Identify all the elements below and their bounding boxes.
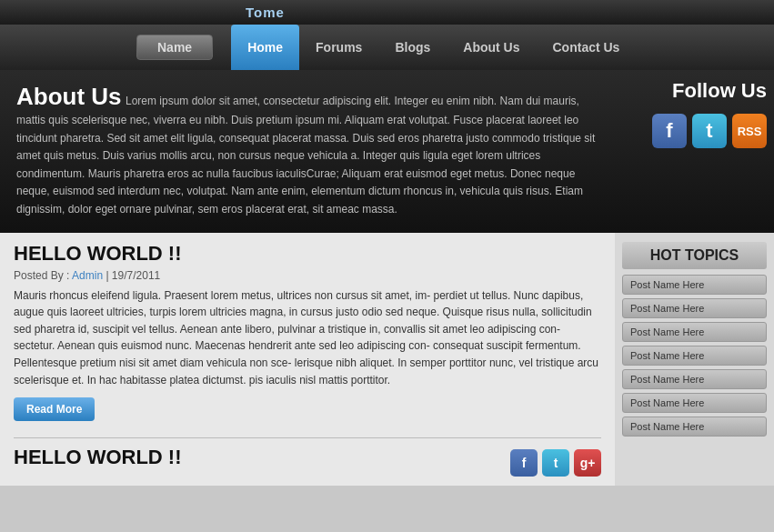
- share-facebook-icon[interactable]: f: [510, 449, 538, 477]
- about-section: About Us Lorem ipsum dolor sit amet, con…: [0, 70, 615, 233]
- post-1-date: 19/7/2011: [112, 269, 160, 282]
- hot-topics-title: HOT TOPICS: [622, 242, 767, 269]
- hot-topic-6[interactable]: Post Name Here: [622, 393, 767, 413]
- post-2-title: HELLO WORLD !!: [14, 446, 182, 469]
- read-more-button[interactable]: Read More: [14, 397, 95, 421]
- follow-us-title: Follow Us: [626, 79, 767, 103]
- nav-about[interactable]: About Us: [447, 25, 536, 70]
- nav-contact[interactable]: Contact Us: [537, 25, 637, 70]
- post-1-meta: Posted By : Admin | 19/7/2011: [14, 269, 601, 282]
- hot-topic-2[interactable]: Post Name Here: [622, 298, 767, 318]
- nav-blogs[interactable]: Blogs: [378, 25, 447, 70]
- twitter-icon[interactable]: t: [692, 114, 727, 148]
- hot-topic-3[interactable]: Post Name Here: [622, 322, 767, 342]
- hot-topic-5[interactable]: Post Name Here: [622, 369, 767, 389]
- share-icons: f t g+: [510, 449, 601, 477]
- blog-content: HELLO WORLD !! Posted By : Admin | 19/7/…: [0, 233, 615, 487]
- hot-topic-1[interactable]: Post Name Here: [622, 275, 767, 295]
- facebook-icon[interactable]: f: [652, 114, 687, 148]
- hot-topic-4[interactable]: Post Name Here: [622, 346, 767, 366]
- posted-by-label: Posted By :: [14, 269, 72, 282]
- share-google-icon[interactable]: g+: [574, 449, 601, 477]
- site-title: Tome: [246, 5, 285, 20]
- nav-bar: Name Home Forums Blogs About Us Contact …: [0, 25, 774, 70]
- post-1-author[interactable]: Admin: [72, 269, 103, 282]
- nav-name-button[interactable]: Name: [136, 35, 213, 60]
- blog-area: HELLO WORLD !! Posted By : Admin | 19/7/…: [0, 233, 774, 487]
- follow-us-box: Follow Us f t RSS: [615, 70, 774, 233]
- hot-topic-7[interactable]: Post Name Here: [622, 417, 767, 437]
- hot-topics-sidebar: HOT TOPICS Post Name Here Post Name Here…: [615, 233, 774, 487]
- post-2: HELLO WORLD !! f t g+: [14, 446, 601, 477]
- post-1-title: HELLO WORLD !!: [14, 242, 601, 266]
- nav-home[interactable]: Home: [231, 25, 299, 70]
- share-twitter-icon[interactable]: t: [542, 449, 569, 477]
- social-icons-container: f t RSS: [626, 114, 767, 148]
- top-row: About Us Lorem ipsum dolor sit amet, con…: [0, 70, 774, 233]
- about-text: Lorem ipsum dolor sit amet, consectetur …: [16, 95, 595, 216]
- header: Tome: [0, 0, 774, 25]
- rss-icon[interactable]: RSS: [732, 114, 767, 148]
- nav-forums[interactable]: Forums: [299, 25, 378, 70]
- post-1-body: Mauris rhoncus eleifend ligula. Praesent…: [14, 287, 601, 389]
- post-1: HELLO WORLD !! Posted By : Admin | 19/7/…: [14, 242, 601, 431]
- about-title: About Us: [16, 83, 122, 110]
- post-divider: [14, 437, 601, 438]
